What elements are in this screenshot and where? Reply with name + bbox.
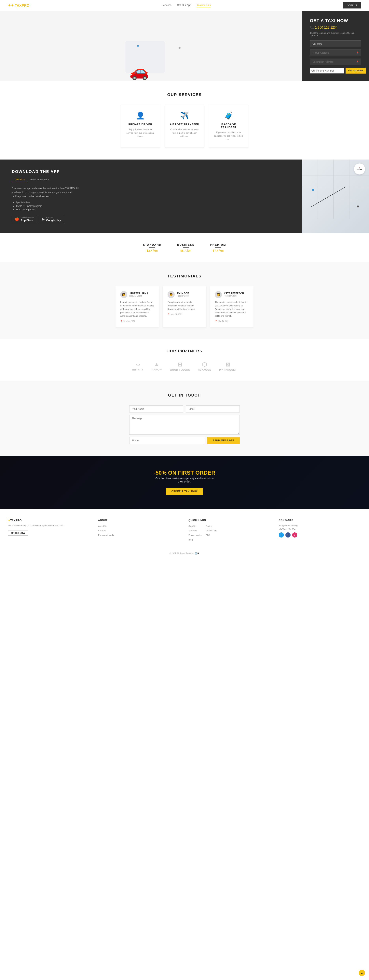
promo-order-button[interactable]: ORDER A TAXI NOW bbox=[166, 488, 203, 495]
promo-desc: Our first time customers get a great dis… bbox=[155, 477, 214, 483]
nav-link-app[interactable]: Get Our App bbox=[177, 3, 191, 7]
footer-logo-text: TAXPRO bbox=[10, 519, 21, 522]
hero-phone: 📞 1-800-123-1234 bbox=[310, 25, 361, 29]
hero-section: 🚗 GET A TAXI NOW 📞 1-800-123-1234 Trust … bbox=[0, 11, 369, 81]
location-icon-john: 📍 bbox=[167, 313, 170, 315]
phone-icon: 📞 bbox=[310, 25, 314, 29]
hero-form-panel: GET A TAXI NOW 📞 1-800-123-1234 Trust th… bbox=[302, 11, 369, 81]
faq-link[interactable]: FAQ bbox=[205, 534, 210, 536]
testimonial-text-jane: I found your service to be a 5-star expe… bbox=[120, 301, 154, 318]
download-tabs: DETAILS HOW IT WORKS bbox=[12, 177, 290, 182]
online-help-link[interactable]: Online Help bbox=[205, 530, 217, 532]
download-bullets: Special offers TAXPRO loyalty program Mo… bbox=[12, 201, 290, 211]
pricing-price-premium: $7,7 /km bbox=[210, 249, 226, 252]
contact-email-input[interactable] bbox=[186, 406, 240, 412]
list-item: Pricing bbox=[205, 524, 217, 527]
testimonial-role-kate: Regular Client bbox=[224, 295, 244, 297]
location-icon-jane: 📍 bbox=[120, 320, 122, 322]
testimonial-header-john: 👨 JOHN DOE Regular Client bbox=[167, 291, 202, 298]
footer-phone: +1-800-123-1234 bbox=[279, 528, 361, 530]
arrow-icon: ▲ bbox=[151, 361, 162, 368]
pickup-input[interactable] bbox=[310, 49, 361, 56]
testimonial-meta-jane: JANE WILLIAMS Regular Client bbox=[129, 292, 148, 297]
phone-input[interactable] bbox=[310, 68, 344, 73]
service-card-airport: ✈️ AIRPORT TRANSFER Comfortable transfer… bbox=[165, 105, 204, 148]
contact-message-input[interactable] bbox=[129, 415, 240, 434]
twitter-icon[interactable]: 🐦 bbox=[279, 532, 284, 538]
instagram-icon[interactable]: ● bbox=[292, 532, 297, 538]
infinity-icon: ∞ bbox=[132, 361, 144, 368]
blog-link[interactable]: Blog bbox=[188, 539, 193, 541]
pricing-name-standard: STANDARD bbox=[143, 243, 161, 246]
logo: ✦ ✦ TAXPRO bbox=[8, 3, 29, 8]
map-grid bbox=[302, 159, 369, 233]
testimonial-card-jane: 👩 JANE WILLIAMS Regular Client I found y… bbox=[116, 286, 159, 327]
services-grid: 👤 PRIVATE DRIVER Enjoy the best customer… bbox=[8, 105, 361, 148]
contact-section: GET IN TOUCH SEND MESSAGE bbox=[0, 381, 369, 456]
footer-logo: ✦ TAXPRO bbox=[8, 519, 90, 522]
logo-star: ✦ bbox=[8, 3, 11, 8]
list-item: Blog bbox=[188, 538, 202, 541]
download-title: DOWNLOAD THE APP bbox=[12, 169, 290, 174]
careers-link[interactable]: Careers bbox=[98, 530, 106, 532]
tab-details[interactable]: DETAILS bbox=[12, 177, 28, 182]
privacy-link[interactable]: Privacy policy bbox=[188, 534, 202, 536]
footer-quick-links-right: Pricing Online Help FAQ bbox=[205, 524, 217, 541]
services-link[interactable]: Services bbox=[188, 530, 197, 532]
partner-wood-floors: ⊞ WOOD FLOORS bbox=[170, 361, 190, 371]
testimonials-section: TESTIMONIALS 👩 JANE WILLIAMS Regular Cli… bbox=[0, 262, 369, 339]
partner-hexagon: ⬡ HEXAGON bbox=[198, 361, 211, 371]
partners-grid: ∞ INFINITY ▲ ARROW ⊞ WOOD FLOORS ⬡ HEXAG… bbox=[8, 361, 361, 371]
partners-title: OUR PARTNERS bbox=[8, 349, 361, 353]
facebook-icon[interactable]: f bbox=[285, 532, 291, 538]
google-play-button[interactable]: ▶ Get it on Google play bbox=[39, 215, 64, 223]
testimonial-card-john: 👨 JOHN DOE Regular Client Everything wen… bbox=[163, 286, 206, 327]
contact-phone-input[interactable] bbox=[129, 437, 205, 444]
service-name-baggage: BAGGAGE TRANSFER bbox=[214, 123, 243, 129]
google-play-pre: Get it on bbox=[46, 217, 61, 219]
download-map: 📍 GO TAXI bbox=[302, 159, 369, 233]
avatar-john: 👨 bbox=[167, 291, 175, 298]
app-store-text: Download on the App Store bbox=[21, 217, 34, 222]
footer-contacts-heading: CONTACTS bbox=[279, 519, 361, 522]
hero-tagline: Trust the leading and the most reliable … bbox=[310, 32, 361, 37]
pricing-section: STANDARD $2,7 /km BUSINESS $5,7 /km PREM… bbox=[0, 233, 369, 262]
testimonial-role-john: Regular Client bbox=[177, 295, 189, 297]
phone-number: 1-800-123-1234 bbox=[315, 26, 337, 29]
partner-name-arrow: ARROW bbox=[151, 368, 162, 371]
pricing-link[interactable]: Pricing bbox=[205, 525, 212, 527]
pricing-name-business: BUSINESS bbox=[177, 243, 194, 246]
tab-how-it-works[interactable]: HOW IT WORKS bbox=[28, 177, 52, 182]
nav-link-services[interactable]: Services bbox=[162, 3, 172, 7]
send-message-button[interactable]: SEND MESSAGE bbox=[207, 437, 240, 444]
app-store-button[interactable]: 🍎 Download on the App Store bbox=[12, 215, 37, 223]
about-us-link[interactable]: About Us bbox=[98, 525, 107, 527]
pickup-row: 📍 bbox=[310, 49, 361, 56]
destination-input[interactable] bbox=[310, 59, 361, 65]
service-desc-baggage: If you need to collect your baggage, we … bbox=[214, 131, 243, 141]
partner-name-hexagon: HEXAGON bbox=[198, 369, 211, 371]
promo-percent: -50% ON FIRST ORDER bbox=[8, 470, 361, 476]
bullet-3: More pricing plans bbox=[16, 208, 290, 211]
footer-quicklinks-col: QUICK LINKS Sign Up Services Privacy pol… bbox=[188, 519, 271, 541]
signup-link[interactable]: Sign Up bbox=[188, 525, 196, 527]
contact-name-input[interactable] bbox=[129, 406, 183, 412]
footer-order-button[interactable]: ORDER NOW bbox=[8, 530, 29, 536]
order-now-button[interactable]: ORDER NOW bbox=[345, 68, 366, 73]
car-type-select[interactable]: Car Type Sedan SUV Van bbox=[310, 40, 361, 47]
footer-about-heading: ABOUT bbox=[98, 519, 181, 522]
press-link[interactable]: Press and media bbox=[98, 534, 115, 536]
location-icon-kate: 📍 bbox=[215, 320, 217, 322]
footer-email: info@demoLink.org bbox=[279, 524, 361, 527]
download-section: DOWNLOAD THE APP DETAILS HOW IT WORKS Do… bbox=[0, 159, 369, 233]
list-item: Privacy policy bbox=[188, 533, 202, 536]
wood-floors-icon: ⊞ bbox=[170, 361, 190, 368]
pin-icon: 📍 bbox=[356, 51, 359, 54]
contact-title: GET IN TOUCH bbox=[8, 393, 361, 398]
join-button[interactable]: JOIN US bbox=[343, 2, 361, 8]
google-play-name: Google play bbox=[46, 219, 61, 222]
hero-car-image: 🚗 bbox=[129, 62, 149, 81]
service-desc-private: Enjoy the best customer service from our… bbox=[126, 128, 155, 138]
nav-link-testimonials[interactable]: Testimonials bbox=[197, 3, 211, 7]
map-background: 📍 GO TAXI bbox=[302, 159, 369, 233]
